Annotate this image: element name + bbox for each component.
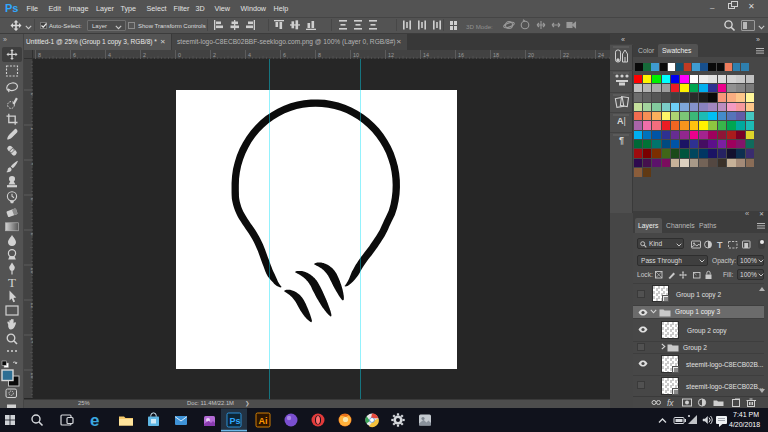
svg-text:T: T	[717, 240, 723, 249]
svg-text:20: 20	[528, 52, 534, 58]
svg-text:12: 12	[388, 52, 394, 58]
svg-text:4: 4	[108, 52, 111, 58]
svg-text:10: 10	[353, 52, 359, 58]
svg-text:8: 8	[30, 233, 34, 236]
svg-text:22: 22	[563, 52, 569, 58]
svg-text:0: 0	[178, 52, 181, 58]
svg-text:T: T	[8, 275, 16, 290]
svg-text:24: 24	[598, 52, 604, 58]
svg-text:12: 12	[30, 303, 34, 309]
svg-text:2: 2	[30, 128, 34, 131]
svg-text:6: 6	[73, 52, 76, 58]
svg-text:14: 14	[423, 52, 429, 58]
svg-text:10: 10	[30, 268, 34, 274]
svg-text:4: 4	[30, 163, 34, 166]
svg-text:fx: fx	[667, 398, 674, 407]
svg-text:6: 6	[283, 52, 286, 58]
svg-text:18: 18	[493, 52, 499, 58]
svg-text:6: 6	[30, 198, 34, 201]
svg-text:14: 14	[30, 338, 34, 344]
svg-text:16: 16	[458, 52, 464, 58]
svg-text:e: e	[90, 411, 99, 430]
svg-text:16: 16	[30, 373, 34, 379]
svg-text:2: 2	[143, 52, 146, 58]
svg-text:8: 8	[318, 52, 321, 58]
svg-text:4: 4	[248, 52, 251, 58]
svg-text:Ai: Ai	[259, 416, 268, 426]
svg-text:8: 8	[38, 52, 41, 58]
svg-text:0: 0	[30, 93, 34, 96]
svg-text:Ps: Ps	[230, 416, 241, 426]
svg-text:2: 2	[213, 52, 216, 58]
